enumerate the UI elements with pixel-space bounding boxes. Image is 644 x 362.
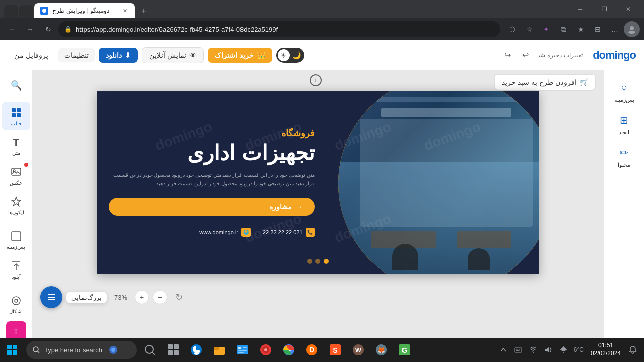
split-screen[interactable]: ⧉ [555,21,572,37]
profile-button-editor[interactable]: پروفایل من [8,48,54,62]
design-canvas[interactable]: domingo domingo domingo domingo domingo … [97,90,539,274]
taskbar-icon-chrome[interactable] [278,339,300,361]
extensions-button[interactable]: ⬡ [504,21,520,37]
svg-rect-33 [214,347,219,349]
system-clock[interactable]: 01:51 02/02/2024 [587,342,625,357]
inactive-tab-2[interactable] [19,5,33,18]
background-label: پس‌زمینه [614,97,634,103]
star-button[interactable]: ☆ [521,21,537,37]
zoom-out-button[interactable]: − [153,290,167,304]
taskbar-icon-more2[interactable]: S [324,339,346,361]
download-button[interactable]: ⬇ دانلود [99,48,138,63]
svg-rect-10 [12,232,21,241]
tool-content[interactable]: ✏ محتوا [608,142,640,172]
svg-rect-35 [238,347,242,349]
zoom-in-button[interactable]: + [135,290,149,304]
light-mode-option[interactable]: 🌙 [291,49,303,61]
collections[interactable]: ⊟ [590,21,606,37]
browser-navbar: ← → ↻ 🔒 https://app.domingo.ir/editor/6a… [0,18,644,40]
tab-close-button[interactable]: ✕ [121,7,129,15]
taskbar-icon-explorer[interactable] [208,339,230,361]
profile-button[interactable] [624,21,640,37]
close-button[interactable]: ✕ [617,0,640,18]
start-button[interactable] [0,338,24,362]
taskbar-icon-more1[interactable]: D [301,339,323,361]
sidebar-item-icons[interactable]: آیکون‌ها [2,191,30,219]
sidebar-item-upload[interactable]: آپلود [2,255,30,284]
notification-center[interactable] [626,343,640,357]
taskbar-search[interactable]: Type here to search [26,341,137,359]
browser-menu[interactable]: … [607,21,623,37]
favorites[interactable]: ★ [573,21,589,37]
svg-rect-29 [174,350,179,355]
background2-icon [9,229,23,243]
design-cta-button[interactable]: → مشاوره [109,198,315,216]
save-status: تغییرات ذخیره شد [537,52,583,59]
background2-label: پس‌زمینه [7,244,25,250]
windows-taskbar: Type here to search D S [0,338,644,362]
taskbar-app-icons: D S W 🦊 G [139,339,416,361]
dark-mode-toggle[interactable]: 🌙 ☀ [276,48,304,63]
canvas-area: i 🛒 افزودن طرح به سبد خرید domingo domin… [32,70,604,338]
tray-network[interactable] [526,343,540,357]
other-tabs [4,5,34,18]
back-button[interactable]: ← [4,21,20,37]
settings-button[interactable]: تنظیمات [58,48,95,62]
svg-rect-4 [17,108,21,112]
minimize-button[interactable]: ─ [569,0,592,18]
active-tab[interactable]: دومینگو | ویرایش طرح ✕ [34,3,135,18]
cta-arrow: → [296,203,303,211]
forward-button[interactable]: → [22,21,38,37]
canvas-top-bar: i 🛒 افزودن طرح به سبد خرید [32,70,604,90]
undo-button[interactable]: ↩ [517,47,533,63]
inactive-tab-1[interactable] [4,5,18,18]
taskbar-icon-taskview[interactable] [162,339,184,361]
rotate-view-button[interactable]: ↻ [175,292,183,303]
taskbar-icon-pomodorom[interactable] [255,339,277,361]
redo-button[interactable]: ↪ [499,47,515,63]
tool-background[interactable]: ○ پس‌زمینه [608,76,640,107]
dark-mode-option[interactable]: ☀ [278,49,290,61]
address-bar[interactable]: 🔒 https://app.domingo.ir/editor/6a26672c… [58,21,500,37]
zoom-level: 73% [111,294,131,301]
tool-create[interactable]: ⊞ ایجاد [608,109,640,140]
buy-subscription-button[interactable]: 👑 خرید اشتراک [208,48,272,63]
sidebar-search[interactable]: 🔍 [2,74,30,97]
background-icon: ○ [617,80,631,95]
svg-rect-38 [238,352,244,353]
template-label: قالب [11,121,21,126]
sidebar-item-image[interactable]: عکس [2,161,30,190]
taskbar-icon-more4[interactable]: 🦊 [370,339,392,361]
svg-point-13 [12,297,20,305]
sidebar-item-shapes[interactable]: اشکال [2,290,30,318]
new-tab-button[interactable]: + [137,4,151,18]
preview-button[interactable]: 👁 نمایش آنلاین [142,47,204,63]
taskbar-icon-apps[interactable] [231,339,254,361]
refresh-button[interactable]: ↻ [40,21,56,37]
taskbar-icon-more5[interactable]: G [393,339,416,361]
upload-label: آپلود [12,274,21,280]
maximize-button[interactable]: ❐ [593,0,616,18]
sidebar-item-background[interactable]: پس‌زمینه [2,225,30,254]
tray-up-arrow[interactable] [496,343,510,357]
taskbar-icon-more3[interactable]: W [347,339,369,361]
browser-ai[interactable]: ✦ [538,21,554,37]
taskbar-icon-search[interactable] [139,339,161,361]
tray-weather[interactable] [556,343,571,357]
sidebar-item-template[interactable]: قالب [2,102,30,130]
svg-point-0 [42,9,46,13]
tools-float-button[interactable] [40,286,62,308]
add-to-cart-button[interactable]: 🛒 افزودن طرح به سبد خرید [494,74,596,90]
info-icon[interactable]: i [310,74,322,86]
taskbar-icon-edge[interactable] [185,339,207,361]
tray-keyboard[interactable] [511,343,525,357]
upload-icon [9,259,23,273]
svg-rect-36 [243,347,247,348]
sidebar-action-1[interactable]: T [6,321,26,338]
sidebar-item-text[interactable]: T متن [2,131,30,160]
text-icon: T [9,135,23,149]
web-icon: 🌐 [242,228,251,237]
text-label: متن [12,150,20,156]
tray-volume[interactable] [541,343,555,357]
design-dots [307,259,329,264]
